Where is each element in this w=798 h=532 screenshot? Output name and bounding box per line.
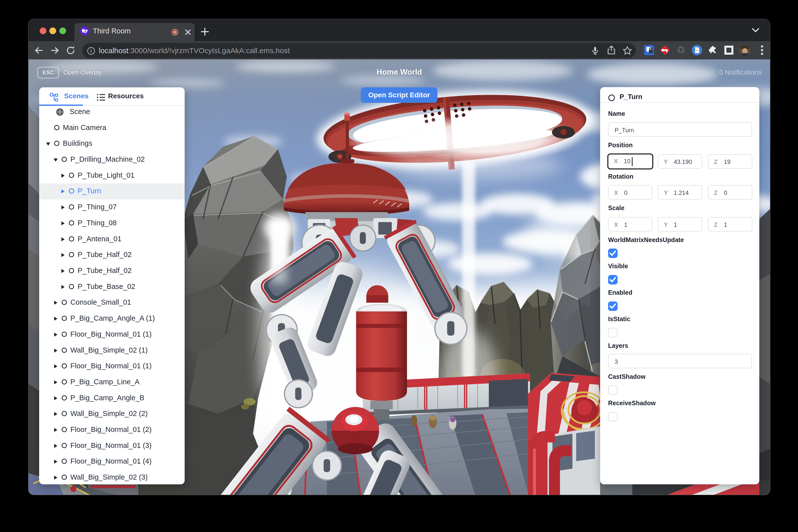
svg-text:♻: ♻ — [677, 44, 685, 55]
